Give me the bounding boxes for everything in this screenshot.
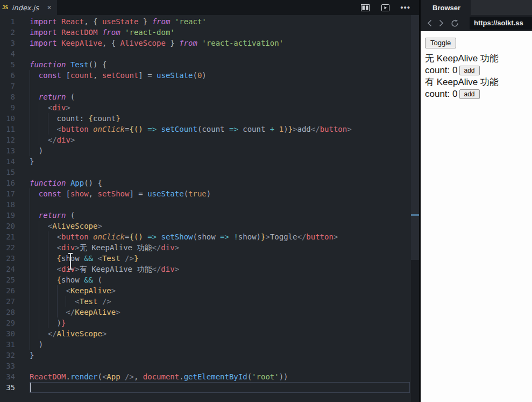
browser-pane: Browser https://solkt.ss Toggle无 KeepAli…	[421, 0, 532, 402]
preview-text: 有 KeepAlive 功能	[425, 76, 528, 88]
scrollbar-thumb[interactable]	[411, 15, 419, 260]
editor-pane: JS index.js ✕	[0, 0, 419, 402]
code-line[interactable]: 20 <AliveScope>	[0, 221, 419, 231]
line-number: 28	[0, 307, 15, 318]
add-button[interactable]: add	[459, 89, 480, 99]
code-line[interactable]: 27 <Test />	[0, 296, 419, 307]
code-line[interactable]: 10 count: {count}	[0, 113, 419, 124]
line-number: 23	[0, 253, 15, 264]
toggle-button[interactable]: Toggle	[425, 38, 456, 48]
line-number: 2	[0, 27, 15, 38]
more-options-icon[interactable]: •••	[400, 5, 410, 10]
code-line[interactable]: 17 const [show, setShow] = useState(true…	[0, 188, 419, 199]
code-line[interactable]: 30 </AliveScope>	[0, 328, 419, 339]
code-line[interactable]: 15	[0, 167, 419, 178]
code-line[interactable]: 25 {show && (	[0, 274, 419, 285]
tab-filename: index.js	[12, 4, 39, 12]
count-value: count: 0	[425, 65, 458, 76]
code-line[interactable]: 24 <div>有 KeepAlive 功能</div>	[0, 264, 419, 274]
code-line[interactable]: 6 const [count, setCount] = useState(0)	[0, 70, 419, 81]
line-number: 20	[0, 221, 15, 231]
line-number: 3	[0, 38, 15, 48]
line-number: 9	[0, 102, 15, 113]
code-line[interactable]: 21 <button onClick={() => setShow(show =…	[0, 231, 419, 242]
close-tab-icon[interactable]: ✕	[47, 4, 52, 11]
line-number: 32	[0, 350, 15, 361]
line-number: 10	[0, 113, 15, 124]
line-number: 5	[0, 59, 15, 70]
scrollbar-cursor-marker	[411, 214, 419, 216]
editor-tab-bar: JS index.js ✕	[0, 0, 419, 15]
code-line[interactable]: 12 </div>	[0, 135, 419, 145]
line-number: 25	[0, 274, 15, 285]
count-row: count: 0add	[425, 65, 528, 76]
url-bar[interactable]: https://solkt.ss	[470, 17, 532, 30]
line-number: 11	[0, 124, 15, 135]
line-number: 22	[0, 242, 15, 253]
code-line[interactable]: 29 )}	[0, 318, 419, 328]
line-number: 21	[0, 231, 15, 242]
open-preview-icon[interactable]	[380, 3, 390, 12]
code-line[interactable]: 23 {show && <Test />}	[0, 253, 419, 264]
code-line[interactable]: 26 <KeepAlive>	[0, 285, 419, 296]
line-number: 34	[0, 371, 15, 382]
line-number: 31	[0, 339, 15, 350]
line-number: 24	[0, 264, 15, 274]
code-editor[interactable]: 1import React, { useState } from 'react'…	[0, 15, 419, 402]
code-line[interactable]: 2import ReactDOM from 'react-dom'	[0, 27, 419, 38]
line-number: 16	[0, 178, 15, 188]
browser-tab-bar: Browser	[421, 0, 532, 15]
line-number: 19	[0, 210, 15, 221]
editor-actions: •••	[360, 0, 410, 15]
code-line[interactable]: 35	[0, 382, 419, 393]
count-row: count: 0add	[425, 88, 528, 100]
line-number: 4	[0, 48, 15, 59]
editor-scrollbar[interactable]	[411, 15, 419, 402]
line-number: 30	[0, 328, 15, 339]
code-line[interactable]: 3import KeepAlive, { AliveScope } from '…	[0, 38, 419, 48]
line-number: 6	[0, 70, 15, 81]
line-number: 27	[0, 296, 15, 307]
tab-index-js[interactable]: JS index.js ✕	[0, 0, 57, 15]
count-value: count: 0	[425, 88, 458, 100]
line-number: 35	[0, 382, 15, 393]
refresh-arrow-icon[interactable]	[451, 19, 459, 27]
browser-content: Toggle无 KeepAlive 功能count: 0add有 KeepAli…	[421, 31, 532, 402]
code-line[interactable]: 33	[0, 361, 419, 371]
code-line[interactable]: 22 <div>无 KeepAlive 功能</div>	[0, 242, 419, 253]
code-line[interactable]: 31 )	[0, 339, 419, 350]
code-line[interactable]: 5function Test() {	[0, 59, 419, 70]
code-lines: 1import React, { useState } from 'react'…	[0, 16, 419, 393]
line-number: 1	[0, 16, 15, 27]
code-line[interactable]: 19 return (	[0, 210, 419, 221]
code-line[interactable]: 16function App() {	[0, 178, 419, 188]
line-number: 26	[0, 285, 15, 296]
line-number: 13	[0, 145, 15, 156]
line-number: 14	[0, 156, 15, 167]
code-line[interactable]: 9 <div>	[0, 102, 419, 113]
line-number: 18	[0, 199, 15, 210]
code-line[interactable]: 8 return (	[0, 91, 419, 102]
code-line[interactable]: 1import React, { useState } from 'react'	[0, 16, 419, 27]
tab-browser[interactable]: Browser	[421, 0, 471, 15]
line-number: 15	[0, 167, 15, 178]
code-line[interactable]: 34ReactDOM.render(<App />, document.getE…	[0, 371, 419, 382]
browser-nav-bar: https://solkt.ss	[421, 15, 532, 31]
line-number: 17	[0, 188, 15, 199]
code-line[interactable]: 32}	[0, 350, 419, 361]
code-line[interactable]: 13 )	[0, 145, 419, 156]
forward-chevron-icon[interactable]	[439, 19, 444, 27]
back-chevron-icon[interactable]	[427, 19, 432, 27]
tab-bar-spacer	[57, 0, 360, 15]
code-line[interactable]: 7	[0, 81, 419, 91]
line-number: 33	[0, 361, 15, 371]
app-window: JS index.js ✕	[0, 0, 532, 402]
code-line[interactable]: 18	[0, 199, 419, 210]
code-line[interactable]: 11 <button onClick={() => setCount(count…	[0, 124, 419, 135]
code-line[interactable]: 4	[0, 48, 419, 59]
line-number: 8	[0, 91, 15, 102]
code-line[interactable]: 28 </KeepAlive>	[0, 307, 419, 318]
code-line[interactable]: 14}	[0, 156, 419, 167]
add-button[interactable]: add	[459, 66, 480, 75]
split-editor-icon[interactable]	[360, 3, 370, 12]
